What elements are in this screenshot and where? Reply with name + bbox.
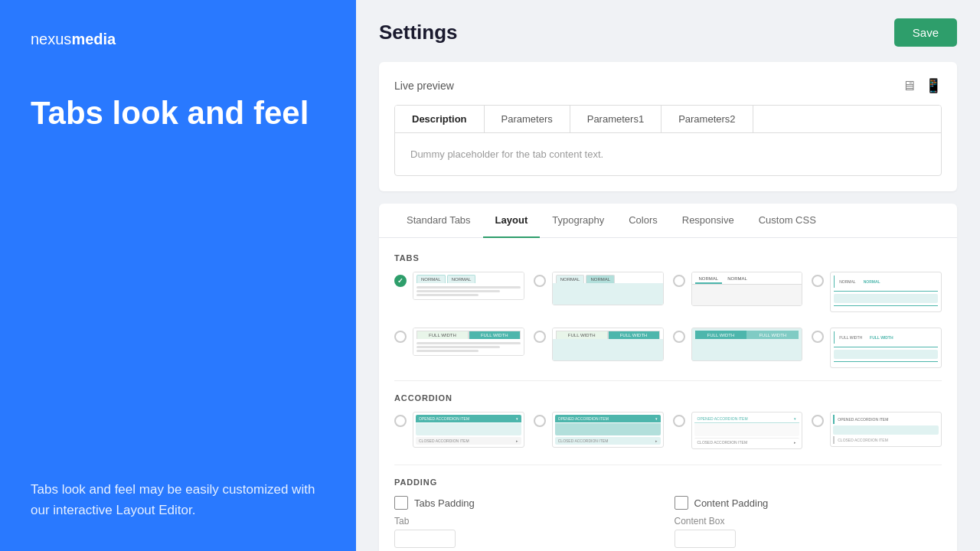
mobile-icon[interactable]: 📱 bbox=[925, 77, 942, 94]
hero-description: Tabs look and feel may be easily customi… bbox=[31, 479, 325, 520]
acc-option-2: OPENED ACCORDION ITEM▾ CLOSED ACCORDION … bbox=[534, 412, 664, 449]
preview-tab-bar: Description Parameters Parameters1 Param… bbox=[395, 106, 941, 133]
preview-tab-content: Dummy placeholder for the tab content te… bbox=[395, 133, 941, 175]
settings-card: Standard Tabs Layout Typography Colors R… bbox=[379, 204, 957, 551]
radio-option-5[interactable] bbox=[394, 331, 407, 343]
page-title: Settings bbox=[379, 21, 458, 44]
nav-responsive[interactable]: Responsive bbox=[670, 204, 746, 238]
page-header: Settings Save bbox=[379, 18, 957, 47]
mini-preview-4[interactable]: NORMAL NORMAL bbox=[830, 272, 942, 312]
tabs-layout-row1: NORMAL NORMAL bbox=[394, 272, 942, 312]
content-box-padding-input[interactable] bbox=[675, 530, 736, 548]
acc-option-1: OPENED ACCORDION ITEM▾ CLOSED ACCORDION … bbox=[394, 412, 524, 449]
acc-radio-1[interactable] bbox=[394, 415, 407, 427]
section-divider-2 bbox=[394, 465, 942, 465]
acc-radio-3[interactable] bbox=[673, 415, 685, 427]
tabs-layout-row2: FULL WIDTH FULL WIDTH bbox=[394, 328, 942, 368]
acc-radio-4[interactable] bbox=[812, 415, 824, 427]
radio-option-3[interactable] bbox=[673, 275, 685, 287]
layout-option-5: FULL WIDTH FULL WIDTH bbox=[394, 328, 524, 368]
layout-option-3: NORMAL NORMAL bbox=[673, 272, 803, 312]
padding-grid: Tabs Padding Content Padding bbox=[394, 496, 942, 510]
content-padding-input-group: Content Box bbox=[675, 516, 942, 548]
content-padding-label: Content Padding bbox=[694, 497, 769, 509]
nav-custom-css[interactable]: Custom CSS bbox=[746, 204, 828, 238]
radio-option-7[interactable] bbox=[673, 331, 685, 343]
layout-option-4: NORMAL NORMAL bbox=[812, 272, 942, 312]
left-panel: nexusmedia Tabs look and feel Tabs look … bbox=[0, 0, 356, 551]
card-header: Live preview 🖥 📱 bbox=[394, 77, 942, 94]
layout-option-6: FULL WIDTH FULL WIDTH bbox=[534, 328, 664, 368]
brand-logo: nexusmedia bbox=[31, 31, 325, 48]
preview-tabs-container: Description Parameters Parameters1 Param… bbox=[394, 105, 942, 176]
mini-preview-3[interactable]: NORMAL NORMAL bbox=[691, 272, 803, 306]
nav-colors[interactable]: Colors bbox=[616, 204, 670, 238]
acc-option-4: OPENED ACCORDION ITEM CLOSED ACCORDION I… bbox=[812, 412, 942, 449]
layout-option-8: FULL WIDTH FULL WIDTH bbox=[812, 328, 942, 368]
content-box-sub-label: Content Box bbox=[675, 516, 942, 527]
settings-nav: Standard Tabs Layout Typography Colors R… bbox=[379, 204, 957, 238]
right-panel: Settings Save Live preview 🖥 📱 Descripti… bbox=[356, 0, 980, 551]
radio-option-2[interactable] bbox=[534, 275, 546, 287]
tabs-padding-item: Tabs Padding bbox=[394, 496, 662, 510]
acc-radio-2[interactable] bbox=[534, 415, 546, 427]
brand-bold: media bbox=[71, 31, 116, 47]
acc-mini-3[interactable]: OPENED ACCORDION ITEM▾ CLOSED ACCORDION … bbox=[691, 412, 803, 449]
mini-preview-5[interactable]: FULL WIDTH FULL WIDTH bbox=[413, 328, 524, 356]
accordion-section-label: ACCORDION bbox=[394, 393, 942, 403]
section-divider-1 bbox=[394, 380, 942, 381]
layout-option-1: NORMAL NORMAL bbox=[394, 272, 524, 312]
desktop-icon[interactable]: 🖥 bbox=[902, 78, 916, 94]
settings-body: TABS NORMAL NORMAL bbox=[379, 238, 957, 551]
radio-option-6[interactable] bbox=[534, 331, 546, 343]
mini-preview-1[interactable]: NORMAL NORMAL bbox=[413, 272, 524, 300]
content-padding-icon bbox=[675, 496, 688, 510]
mini-preview-2[interactable]: NORMAL NORMAL bbox=[552, 272, 664, 305]
mini-preview-6[interactable]: FULL WIDTH FULL WIDTH bbox=[552, 328, 664, 361]
preview-tab-parameters1[interactable]: Parameters1 bbox=[570, 106, 662, 132]
layout-option-7: FULL WIDTH FULL WIDTH bbox=[673, 328, 803, 368]
preview-tab-parameters[interactable]: Parameters bbox=[485, 106, 570, 132]
tabs-padding-input-group: Tab bbox=[394, 516, 662, 548]
tabs-padding-icon bbox=[394, 496, 408, 510]
nav-standard-tabs[interactable]: Standard Tabs bbox=[394, 204, 483, 238]
tab-padding-input[interactable] bbox=[394, 530, 456, 548]
padding-inputs-row: Tab Content Box bbox=[394, 516, 942, 548]
layout-option-2: NORMAL NORMAL bbox=[534, 272, 664, 312]
tab-padding-sub-label: Tab bbox=[394, 516, 662, 527]
mini-preview-7[interactable]: FULL WIDTH FULL WIDTH bbox=[691, 328, 803, 361]
radio-option-4[interactable] bbox=[812, 275, 824, 287]
tabs-section-label: TABS bbox=[394, 253, 942, 262]
preview-tab-parameters2[interactable]: Parameters2 bbox=[662, 106, 753, 132]
live-preview-label: Live preview bbox=[394, 80, 454, 92]
live-preview-card: Live preview 🖥 📱 Description Parameters … bbox=[379, 62, 957, 191]
acc-mini-1[interactable]: OPENED ACCORDION ITEM▾ CLOSED ACCORDION … bbox=[413, 412, 524, 448]
acc-option-3: OPENED ACCORDION ITEM▾ CLOSED ACCORDION … bbox=[673, 412, 803, 449]
padding-section-label: PADDING bbox=[394, 478, 942, 487]
acc-mini-2[interactable]: OPENED ACCORDION ITEM▾ CLOSED ACCORDION … bbox=[552, 412, 664, 448]
accordion-layout-row1: OPENED ACCORDION ITEM▾ CLOSED ACCORDION … bbox=[394, 412, 942, 449]
content-padding-item: Content Padding bbox=[675, 496, 942, 510]
nav-layout[interactable]: Layout bbox=[483, 204, 541, 238]
save-button[interactable]: Save bbox=[894, 18, 957, 47]
radio-option-8[interactable] bbox=[812, 331, 824, 343]
acc-mini-4[interactable]: OPENED ACCORDION ITEM CLOSED ACCORDION I… bbox=[830, 412, 942, 447]
hero-title: Tabs look and feel bbox=[31, 94, 325, 132]
radio-option-1[interactable] bbox=[394, 275, 407, 287]
tabs-padding-label: Tabs Padding bbox=[414, 497, 475, 509]
nav-typography[interactable]: Typography bbox=[540, 204, 616, 238]
mini-preview-8[interactable]: FULL WIDTH FULL WIDTH bbox=[830, 328, 942, 368]
preview-tab-description[interactable]: Description bbox=[395, 106, 485, 132]
brand-plain: nexus bbox=[31, 31, 71, 47]
device-icons: 🖥 📱 bbox=[902, 77, 942, 94]
